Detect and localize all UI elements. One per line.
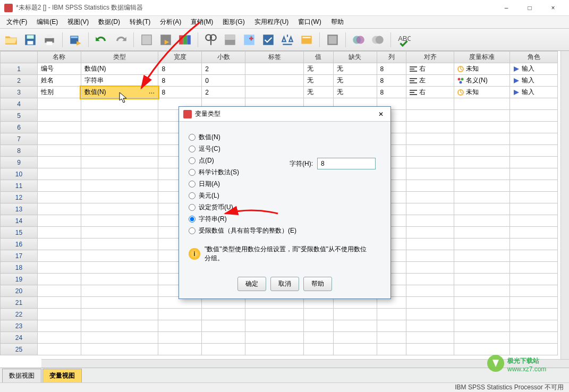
empty-cell[interactable] (454, 192, 510, 203)
help-button[interactable]: 帮助 (303, 277, 332, 291)
empty-cell[interactable] (81, 262, 158, 274)
empty-cell[interactable] (406, 309, 454, 320)
empty-cell[interactable] (406, 215, 454, 227)
customize-icon[interactable] (370, 32, 386, 48)
row-number[interactable]: 25 (1, 344, 38, 355)
empty-cell[interactable] (81, 168, 158, 180)
empty-cell[interactable] (38, 180, 81, 192)
empty-cell[interactable] (510, 168, 558, 180)
empty-cell[interactable] (406, 250, 454, 262)
cell-missing[interactable]: 无 (333, 63, 377, 75)
empty-cell[interactable] (406, 320, 454, 332)
menu-data[interactable]: 数据(D) (94, 16, 124, 28)
empty-cell[interactable] (377, 309, 406, 320)
show-all-icon[interactable] (351, 32, 367, 48)
empty-cell[interactable] (81, 250, 158, 262)
row-number[interactable]: 19 (1, 274, 38, 285)
col-align[interactable]: 对齐 (406, 52, 454, 63)
empty-cell[interactable] (454, 238, 510, 250)
empty-cell[interactable] (406, 332, 454, 344)
empty-cell[interactable] (38, 238, 81, 250)
row-number[interactable]: 21 (1, 297, 38, 309)
empty-cell[interactable] (377, 332, 406, 344)
weight-cases-icon[interactable] (279, 32, 295, 48)
empty-cell[interactable] (81, 227, 158, 238)
empty-cell[interactable] (38, 344, 81, 355)
cell-type[interactable]: 字符串 (81, 75, 158, 87)
empty-cell[interactable] (406, 274, 454, 285)
empty-cell[interactable] (333, 344, 377, 355)
empty-cell[interactable] (202, 309, 245, 320)
tab-variable-view[interactable]: 变量视图 (43, 369, 82, 382)
menu-view[interactable]: 视图(V) (63, 16, 93, 28)
empty-cell[interactable] (454, 250, 510, 262)
cell-width[interactable]: 8 (158, 75, 202, 87)
empty-cell[interactable] (454, 262, 510, 274)
cell-values[interactable]: 无 (304, 75, 333, 87)
col-missing[interactable]: 缺失 (333, 52, 377, 63)
row-number[interactable]: 5 (1, 110, 38, 122)
cell-width[interactable]: 8 (158, 63, 202, 75)
empty-cell[interactable] (454, 320, 510, 332)
empty-cell[interactable] (158, 320, 202, 332)
empty-cell[interactable] (38, 157, 81, 168)
empty-cell[interactable] (304, 320, 333, 332)
empty-cell[interactable] (510, 285, 558, 297)
row-number[interactable]: 17 (1, 250, 38, 262)
row-number[interactable]: 11 (1, 180, 38, 192)
empty-cell[interactable] (333, 309, 377, 320)
goto-case-icon[interactable] (139, 32, 155, 48)
empty-cell[interactable] (81, 145, 158, 157)
empty-cell[interactable] (245, 344, 304, 355)
empty-cell[interactable] (510, 215, 558, 227)
empty-cell[interactable] (81, 320, 158, 332)
row-number[interactable]: 20 (1, 285, 38, 297)
empty-cell[interactable] (202, 320, 245, 332)
row-number[interactable]: 9 (1, 157, 38, 168)
empty-cell[interactable] (406, 227, 454, 238)
empty-cell[interactable] (245, 320, 304, 332)
empty-cell[interactable] (81, 215, 158, 227)
empty-cell[interactable] (38, 192, 81, 203)
empty-cell[interactable] (454, 133, 510, 145)
radio-custom-currency[interactable]: 设定货币(U) (189, 203, 381, 212)
empty-cell[interactable] (81, 180, 158, 192)
empty-cell[interactable] (510, 157, 558, 168)
spellcheck-icon[interactable]: ABC (396, 32, 412, 48)
empty-cell[interactable] (245, 309, 304, 320)
empty-cell[interactable] (202, 344, 245, 355)
radio-string[interactable]: 字符串(R) (189, 215, 381, 224)
empty-cell[interactable] (377, 344, 406, 355)
insert-cases-icon[interactable] (241, 32, 257, 48)
minimize-button[interactable]: – (495, 1, 518, 15)
empty-cell[interactable] (406, 192, 454, 203)
cell-missing[interactable]: 无 (333, 87, 377, 98)
row-number[interactable]: 3 (1, 87, 38, 98)
empty-cell[interactable] (406, 262, 454, 274)
empty-cell[interactable] (81, 332, 158, 344)
row-number[interactable]: 14 (1, 215, 38, 227)
empty-cell[interactable] (38, 110, 81, 122)
characters-input[interactable] (317, 158, 376, 169)
empty-cell[interactable] (81, 309, 158, 320)
cell-type[interactable]: 数值(N) (81, 63, 158, 75)
empty-cell[interactable] (38, 215, 81, 227)
empty-cell[interactable] (333, 332, 377, 344)
menu-analyze[interactable]: 分析(A) (156, 16, 185, 28)
empty-cell[interactable] (454, 309, 510, 320)
cell-missing[interactable]: 无 (333, 75, 377, 87)
dialog-close-button[interactable]: ✕ (376, 109, 386, 120)
empty-cell[interactable] (454, 110, 510, 122)
empty-cell[interactable] (510, 320, 558, 332)
variables-icon[interactable] (177, 32, 193, 48)
maximize-button[interactable]: □ (518, 1, 541, 15)
empty-cell[interactable] (510, 309, 558, 320)
empty-cell[interactable] (81, 157, 158, 168)
empty-cell[interactable] (454, 332, 510, 344)
empty-cell[interactable] (406, 238, 454, 250)
empty-cell[interactable] (510, 192, 558, 203)
row-number[interactable]: 16 (1, 238, 38, 250)
empty-cell[interactable] (81, 203, 158, 215)
empty-cell[interactable] (81, 133, 158, 145)
empty-cell[interactable] (377, 320, 406, 332)
